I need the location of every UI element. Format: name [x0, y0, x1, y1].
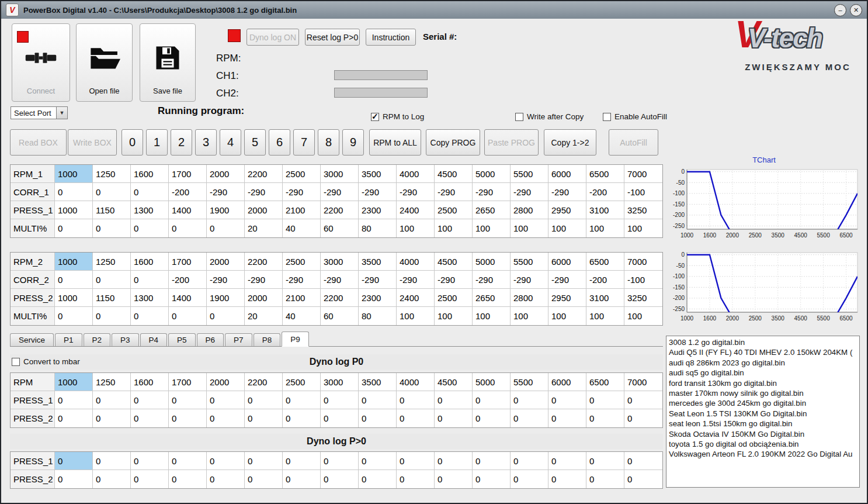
- table-cell[interactable]: 0: [624, 470, 662, 488]
- table-cell[interactable]: 0: [245, 409, 283, 427]
- table-cell[interactable]: 2200: [245, 373, 283, 391]
- tab-p2[interactable]: P2: [84, 333, 111, 346]
- table-cell[interactable]: -290: [359, 183, 397, 201]
- table-cell[interactable]: 100: [624, 219, 662, 237]
- table-cell[interactable]: 0: [586, 470, 624, 488]
- table-cell[interactable]: 2000: [207, 373, 245, 391]
- table-cell[interactable]: 0: [359, 391, 397, 409]
- table-cell[interactable]: 4000: [397, 373, 435, 391]
- table-cell[interactable]: 100: [511, 307, 548, 325]
- table-cell[interactable]: 3000: [321, 165, 359, 183]
- table-cell[interactable]: 2200: [245, 253, 283, 271]
- table-cell[interactable]: 0: [283, 452, 321, 470]
- table-cell[interactable]: 2300: [359, 201, 397, 219]
- table-cell[interactable]: 0: [397, 391, 435, 409]
- file-list-item[interactable]: master 170km nowy silnik go digital.bin: [666, 388, 859, 398]
- file-list-item[interactable]: Skoda Octavia IV 150KM Go Digital.bin: [666, 429, 859, 439]
- table-cell[interactable]: -290: [207, 183, 245, 201]
- table-cell[interactable]: 2650: [473, 289, 511, 307]
- table-cell[interactable]: 0: [93, 219, 131, 237]
- tab-p3[interactable]: P3: [112, 333, 139, 346]
- table-cell[interactable]: 0: [131, 271, 169, 289]
- table-cell[interactable]: 1600: [131, 373, 169, 391]
- table-cell[interactable]: 0: [435, 391, 473, 409]
- read-box-button[interactable]: Read BOX: [10, 129, 67, 156]
- table-cell[interactable]: 0: [55, 452, 93, 470]
- table-cell[interactable]: 40: [283, 219, 321, 237]
- table-cell[interactable]: -290: [397, 183, 435, 201]
- enable-autofill-checkbox[interactable]: Enable AutoFill: [603, 112, 667, 121]
- paste-prog-button[interactable]: Paste PROG: [484, 129, 539, 156]
- table-cell[interactable]: 1700: [169, 373, 207, 391]
- tab-p9[interactable]: P9: [282, 332, 309, 347]
- tab-p4[interactable]: P4: [140, 333, 168, 346]
- table-cell[interactable]: -290: [283, 183, 321, 201]
- table-cell[interactable]: -200: [586, 271, 624, 289]
- file-list-item[interactable]: ford transit 130km go digital.bin: [666, 378, 859, 388]
- table-cell[interactable]: 100: [397, 219, 435, 237]
- table-cell[interactable]: -290: [548, 271, 586, 289]
- table-cell[interactable]: 100: [624, 307, 662, 325]
- table-cell[interactable]: 0: [397, 409, 435, 427]
- digit-button-0[interactable]: 0: [121, 129, 143, 156]
- table-cell[interactable]: 2500: [435, 201, 473, 219]
- table-cell[interactable]: 0: [283, 409, 321, 427]
- file-list-item[interactable]: 3008 1.2 go digital.bin: [666, 337, 859, 347]
- table-cell[interactable]: 20: [245, 307, 283, 325]
- digit-button-5[interactable]: 5: [244, 129, 266, 156]
- table-cell[interactable]: 0: [473, 452, 511, 470]
- table-cell[interactable]: 0: [511, 391, 548, 409]
- table-cell[interactable]: -290: [207, 271, 245, 289]
- table-cell[interactable]: 0: [624, 452, 662, 470]
- table-cell[interactable]: 3500: [359, 373, 397, 391]
- table-cell[interactable]: 0: [169, 391, 207, 409]
- convert-to-mbar-checkbox[interactable]: Convert to mbar: [12, 357, 80, 366]
- autofill-button[interactable]: AutoFill: [609, 129, 658, 156]
- tab-p8[interactable]: P8: [254, 333, 281, 346]
- table-cell[interactable]: -290: [511, 271, 548, 289]
- table-cell[interactable]: 0: [207, 219, 245, 237]
- table-cell[interactable]: 3100: [586, 289, 624, 307]
- table-cell[interactable]: 0: [359, 409, 397, 427]
- table-cell[interactable]: 4000: [397, 253, 435, 271]
- dyno-log-on-button[interactable]: Dyno log ON: [246, 29, 299, 46]
- table-cell[interactable]: 2400: [397, 201, 435, 219]
- table-cell[interactable]: 7000: [624, 165, 662, 183]
- table-cell[interactable]: 0: [359, 452, 397, 470]
- table-cell[interactable]: 0: [131, 391, 169, 409]
- table-cell[interactable]: -100: [624, 183, 662, 201]
- table-cell[interactable]: 80: [359, 219, 397, 237]
- table-cell[interactable]: 1300: [131, 289, 169, 307]
- table-cell[interactable]: 0: [283, 470, 321, 488]
- table-cell[interactable]: 0: [548, 470, 586, 488]
- file-list-item[interactable]: Seat Leon 1.5 TSI 130KM Go Digital.bin: [666, 409, 859, 419]
- table-cell[interactable]: 1150: [93, 289, 131, 307]
- table-cell[interactable]: 0: [93, 183, 131, 201]
- file-list-item[interactable]: Volkswagen Arteon FL 2.0 190KM 2022 Go D…: [666, 449, 859, 459]
- table-cell[interactable]: 0: [245, 452, 283, 470]
- table-cell[interactable]: 0: [93, 391, 131, 409]
- table-cell[interactable]: -200: [169, 183, 207, 201]
- table-cell[interactable]: 0: [473, 470, 511, 488]
- table-cell[interactable]: 1250: [93, 165, 131, 183]
- table-cell[interactable]: 3000: [321, 373, 359, 391]
- table-cell[interactable]: -100: [624, 271, 662, 289]
- table-cell[interactable]: 3500: [359, 165, 397, 183]
- table-cell[interactable]: 0: [473, 391, 511, 409]
- table-cell[interactable]: 0: [93, 452, 131, 470]
- table-cell[interactable]: 0: [397, 452, 435, 470]
- table-cell[interactable]: 1600: [131, 253, 169, 271]
- table-cell[interactable]: 0: [55, 391, 93, 409]
- table-cell[interactable]: 3000: [321, 253, 359, 271]
- tab-service[interactable]: Service: [10, 333, 54, 346]
- rpm-to-all-button[interactable]: RPM to ALL: [369, 129, 421, 156]
- table-cell[interactable]: 0: [435, 470, 473, 488]
- table-cell[interactable]: -290: [435, 271, 473, 289]
- table-cell[interactable]: 60: [321, 219, 359, 237]
- write-box-button[interactable]: Write BOX: [68, 129, 117, 156]
- table-cell[interactable]: 80: [359, 307, 397, 325]
- digit-button-7[interactable]: 7: [293, 129, 315, 156]
- tab-p1[interactable]: P1: [55, 333, 82, 346]
- table-cell[interactable]: 100: [397, 307, 435, 325]
- table-cell[interactable]: 5000: [473, 165, 511, 183]
